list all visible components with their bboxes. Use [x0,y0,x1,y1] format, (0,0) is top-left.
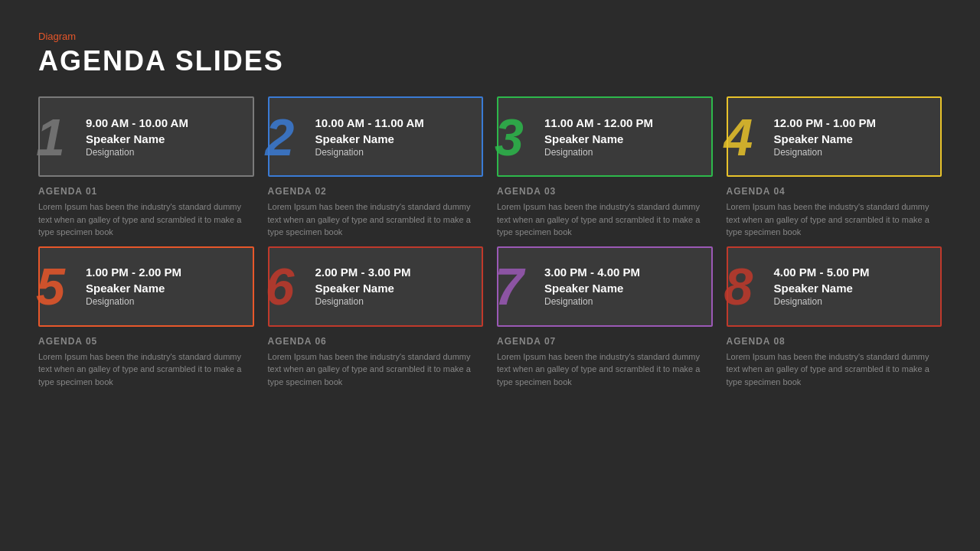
agenda-label-3: AGENDA 03 [497,186,713,197]
agenda-item-6: 6 2.00 PM - 3.00 PM Speaker Name Designa… [268,246,484,389]
agenda-item-7: 7 3.00 PM - 4.00 PM Speaker Name Designa… [497,246,713,389]
card-speaker-3: Speaker Name [544,132,701,145]
main-title: AGENDA SLIDES [38,45,942,77]
card-1: 1 9.00 AM - 10.00 AM Speaker Name Design… [38,96,254,177]
card-speaker-5: Speaker Name [86,282,242,295]
agenda-label-4: AGENDA 04 [727,186,942,197]
card-number-5: 5 [36,260,65,312]
agenda-text-1: Lorem Ipsum has been the industry's stan… [38,201,254,239]
card-number-3: 3 [495,111,524,163]
card-number-4: 4 [724,111,753,163]
agenda-label-5: AGENDA 05 [38,336,254,347]
agenda-text-8: Lorem Ipsum has been the industry's stan… [727,350,942,389]
card-designation-8: Designation [774,296,930,307]
card-5: 5 1.00 PM - 2.00 PM Speaker Name Designa… [38,246,254,327]
card-time-7: 3.00 PM - 4.00 PM [544,266,701,279]
agenda-label-6: AGENDA 06 [268,336,484,347]
agenda-item-1: 1 9.00 AM - 10.00 AM Speaker Name Design… [38,96,254,239]
card-time-6: 2.00 PM - 3.00 PM [315,266,472,279]
agenda-label-7: AGENDA 07 [497,336,713,347]
agenda-item-2: 2 10.00 AM - 11.00 AM Speaker Name Desig… [268,96,484,239]
agenda-text-4: Lorem Ipsum has been the industry's stan… [727,201,942,239]
card-speaker-1: Speaker Name [86,132,242,145]
card-speaker-4: Speaker Name [774,132,930,145]
agenda-item-4: 4 12.00 PM - 1.00 PM Speaker Name Design… [727,96,942,239]
agenda-text-2: Lorem Ipsum has been the industry's stan… [268,201,484,239]
card-7: 7 3.00 PM - 4.00 PM Speaker Name Designa… [497,246,713,327]
card-time-3: 11.00 AM - 12.00 PM [544,116,701,129]
card-time-4: 12.00 PM - 1.00 PM [774,116,930,129]
card-number-7: 7 [495,260,524,312]
card-time-2: 10.00 AM - 11.00 AM [315,116,472,129]
card-speaker-8: Speaker Name [774,282,930,295]
card-2: 2 10.00 AM - 11.00 AM Speaker Name Desig… [268,96,484,177]
card-designation-4: Designation [774,147,930,158]
card-designation-1: Designation [86,147,242,158]
card-number-6: 6 [266,260,295,312]
card-time-5: 1.00 PM - 2.00 PM [86,266,242,279]
card-speaker-2: Speaker Name [315,132,472,145]
agenda-item-3: 3 11.00 AM - 12.00 PM Speaker Name Desig… [497,96,713,239]
card-time-1: 9.00 AM - 10.00 AM [86,116,242,129]
card-speaker-6: Speaker Name [315,282,472,295]
card-designation-7: Designation [544,296,701,307]
agenda-label-8: AGENDA 08 [727,336,942,347]
card-number-8: 8 [724,260,753,312]
card-3: 3 11.00 AM - 12.00 PM Speaker Name Desig… [497,96,713,177]
agenda-grid: 1 9.00 AM - 10.00 AM Speaker Name Design… [38,96,942,388]
card-designation-3: Designation [544,147,701,158]
agenda-label-2: AGENDA 02 [268,186,484,197]
card-designation-2: Designation [315,147,472,158]
card-designation-5: Designation [86,296,242,307]
card-4: 4 12.00 PM - 1.00 PM Speaker Name Design… [727,96,942,177]
card-time-8: 4.00 PM - 5.00 PM [774,266,930,279]
agenda-text-5: Lorem Ipsum has been the industry's stan… [38,350,254,389]
header: Diagram AGENDA SLIDES [38,31,942,77]
diagram-label: Diagram [38,31,942,42]
card-speaker-7: Speaker Name [544,282,701,295]
agenda-item-8: 8 4.00 PM - 5.00 PM Speaker Name Designa… [727,246,942,389]
agenda-text-6: Lorem Ipsum has been the industry's stan… [268,350,484,389]
agenda-text-7: Lorem Ipsum has been the industry's stan… [497,350,713,389]
agenda-text-3: Lorem Ipsum has been the industry's stan… [497,201,713,239]
card-number-2: 2 [266,111,295,163]
card-number-1: 1 [36,111,65,163]
agenda-item-5: 5 1.00 PM - 2.00 PM Speaker Name Designa… [38,246,254,389]
card-8: 8 4.00 PM - 5.00 PM Speaker Name Designa… [727,246,942,327]
card-6: 6 2.00 PM - 3.00 PM Speaker Name Designa… [268,246,484,327]
agenda-label-1: AGENDA 01 [38,186,254,197]
card-designation-6: Designation [315,296,472,307]
page: Diagram AGENDA SLIDES 1 9.00 AM - 10.00 … [0,0,980,551]
